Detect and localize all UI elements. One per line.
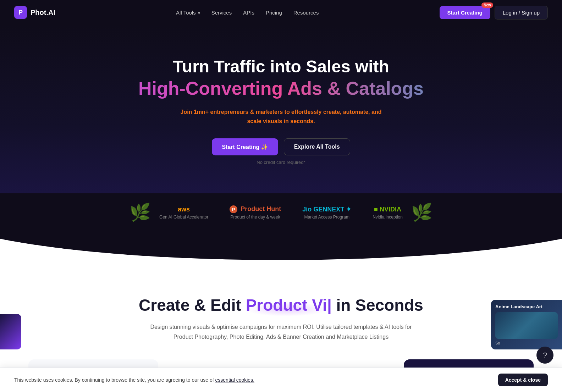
nav-services[interactable]: Services <box>211 10 232 16</box>
wave-divider <box>0 239 562 267</box>
side-card-left <box>0 314 21 349</box>
logo[interactable]: P Phot.AI <box>14 6 55 19</box>
anime-preview <box>495 312 558 339</box>
side-card-right: Anime Landscape Art So <box>491 300 562 349</box>
nav-pricing[interactable]: Pricing <box>266 10 282 16</box>
cookie-banner: This website uses cookies. By continuing… <box>0 368 562 392</box>
cookie-text: This website uses cookies. By continuing… <box>14 377 490 383</box>
no-credit-label: No credit card required* <box>7 160 555 165</box>
hero-section: Turn Traffic into Sales with High-Conver… <box>0 25 562 193</box>
partner-nvidia: ■ NVIDIA Nvidia inception <box>373 206 403 220</box>
partner-aws: aws Gen AI Global Accelerator <box>159 206 208 220</box>
nav-apis[interactable]: APIs <box>243 10 254 16</box>
section2-title: Create & Edit Product Vi| in Seconds <box>14 296 548 315</box>
laurel-right: 🌿 <box>411 204 432 221</box>
login-button[interactable]: Log in / Sign up <box>495 6 548 20</box>
help-button[interactable]: ? <box>536 347 553 364</box>
nav-all-tools[interactable]: All Tools <box>176 10 200 16</box>
nav-links: All Tools Services APIs Pricing Resource… <box>176 10 319 16</box>
partner-product-hunt: P Product Hunt Product of the day & week <box>230 205 281 220</box>
section2-description: Design stunning visuals & optimise campa… <box>143 322 419 341</box>
hero-buttons: Start Creating ✨ Explore All Tools <box>7 138 555 155</box>
hero-description: Join 1mn+ entrepreneurs & marketers to e… <box>175 107 387 126</box>
logo-icon: P <box>14 6 27 19</box>
navbar: P Phot.AI All Tools Services APIs Pricin… <box>0 0 562 25</box>
hero-start-creating-button[interactable]: Start Creating ✨ <box>212 138 278 155</box>
hero-explore-tools-button[interactable]: Explore All Tools <box>284 138 350 155</box>
partner-jio: Jio GENNEXT ✦ Market Access Program <box>302 205 351 220</box>
nav-actions: Start Creating New Log in / Sign up <box>440 6 548 20</box>
hero-title: Turn Traffic into Sales with High-Conver… <box>7 57 555 99</box>
nav-start-creating-button[interactable]: Start Creating New <box>440 6 490 19</box>
laurel-left: 🌿 <box>130 204 151 221</box>
all-tools-chevron <box>197 10 200 16</box>
nav-resources[interactable]: Resources <box>293 10 319 16</box>
accept-cookie-button[interactable]: Accept & close <box>498 374 548 386</box>
cookie-link[interactable]: essential cookies. <box>215 377 255 383</box>
new-badge: New <box>481 2 493 8</box>
partners-logos: aws Gen AI Global Accelerator P Product … <box>151 205 411 220</box>
partners-section: 🌿 aws Gen AI Global Accelerator P Produc… <box>0 193 562 239</box>
brand-name: Phot.AI <box>31 9 55 17</box>
